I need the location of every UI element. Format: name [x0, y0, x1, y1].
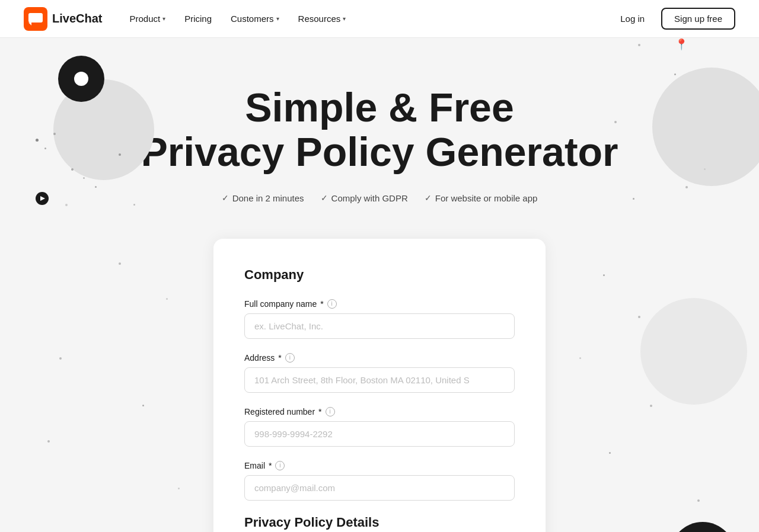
nav-actions: Log in Sign up free: [613, 8, 735, 30]
scatter-dot: [71, 168, 74, 171]
hero-headline: Simple & Free Privacy Policy Generator: [113, 85, 646, 174]
scatter-dot: [633, 198, 634, 200]
full-company-name-group: Full company name * i: [244, 299, 515, 339]
info-icon-address[interactable]: i: [285, 353, 295, 363]
email-input[interactable]: [244, 475, 515, 501]
form-wrapper: Company Full company name * i Address * …: [0, 239, 759, 532]
info-icon-reg-number[interactable]: i: [326, 407, 335, 416]
scatter-dot: [685, 186, 688, 188]
nav-links: Product ▾ Pricing Customers ▾ Resources …: [121, 9, 613, 28]
product-chevron-icon: ▾: [162, 15, 165, 22]
signup-button[interactable]: Sign up free: [661, 8, 735, 30]
scatter-dot: [603, 274, 605, 276]
scatter-dot: [579, 357, 581, 359]
logo[interactable]: LiveChat: [24, 7, 102, 31]
deco-right: 📍: [569, 38, 735, 239]
nav-pricing[interactable]: Pricing: [176, 9, 220, 28]
required-star-4: *: [269, 461, 272, 470]
scatter-dot: [119, 153, 121, 156]
main-content: 📍 Simple & Free Privacy Policy Generator…: [0, 38, 759, 532]
hero-section: 📍 Simple & Free Privacy Policy Generator…: [0, 38, 759, 239]
navigation: LiveChat Product ▾ Pricing Customers ▾ R…: [0, 0, 759, 38]
hero-feature-2: ✓ Comply with GDPR: [321, 193, 408, 203]
scatter-dot: [53, 133, 56, 135]
scatter-dot: [609, 452, 611, 454]
required-star-1: *: [320, 299, 323, 309]
required-star-3: *: [318, 407, 321, 416]
scatter-dot: [178, 488, 180, 489]
registered-number-input[interactable]: [244, 421, 515, 447]
email-label: Email * i: [244, 461, 515, 470]
privacy-policy-section-title: Privacy Policy Details: [244, 515, 515, 530]
scatter-dot: [674, 73, 676, 75]
address-input[interactable]: [244, 367, 515, 393]
check-icon-1: ✓: [222, 193, 229, 203]
form-card: Company Full company name * i Address * …: [213, 239, 546, 532]
address-group: Address * i: [244, 353, 515, 393]
nav-product[interactable]: Product ▾: [121, 9, 174, 28]
scatter-dot: [65, 204, 68, 206]
resources-chevron-icon: ▾: [343, 15, 346, 22]
email-group: Email * i: [244, 461, 515, 501]
scatter-dot: [142, 405, 144, 406]
nav-customers[interactable]: Customers ▾: [222, 9, 288, 28]
scatter-dot: [36, 139, 39, 142]
deco-play-button: [36, 192, 49, 205]
scatter-dot: [697, 499, 700, 502]
registered-number-group: Registered number * i: [244, 407, 515, 447]
scatter-dot: [166, 298, 168, 300]
hero-feature-3: ✓ For website or mobile app: [425, 193, 538, 203]
deco-bottom-dark-circle: [670, 522, 735, 532]
scatter-dot: [704, 168, 706, 170]
deco-play-icon: [40, 196, 45, 201]
login-button[interactable]: Log in: [613, 9, 652, 28]
scatter-dot: [650, 405, 652, 407]
scatter-dot: [614, 121, 617, 123]
address-label: Address * i: [244, 353, 515, 363]
scatter-dot: [59, 357, 62, 360]
info-icon-company[interactable]: i: [327, 299, 337, 309]
pin-icon: 📍: [675, 38, 688, 51]
check-icon-2: ✓: [321, 193, 328, 203]
full-company-name-label: Full company name * i: [244, 299, 515, 309]
deco-dark-inner: [74, 72, 88, 86]
nav-resources[interactable]: Resources ▾: [290, 9, 355, 28]
deco-right-circle: [652, 68, 759, 186]
logo-text: LiveChat: [52, 12, 102, 25]
scatter-dot: [83, 177, 85, 179]
scatter-dot: [44, 148, 46, 149]
scatter-dot: [638, 316, 640, 318]
hero-feature-1: ✓ Done in 2 minutes: [222, 193, 304, 203]
required-star-2: *: [278, 353, 281, 363]
full-company-name-input[interactable]: [244, 313, 515, 339]
registered-number-label: Registered number * i: [244, 407, 515, 416]
customers-chevron-icon: ▾: [276, 15, 279, 22]
deco-circle-dark: [58, 56, 104, 102]
scatter-dot: [47, 440, 50, 443]
deco-right-large-circle: [640, 298, 747, 405]
scatter-dot: [133, 204, 135, 206]
svg-rect-1: [28, 13, 43, 23]
company-section-title: Company: [244, 267, 515, 283]
check-icon-3: ✓: [425, 193, 432, 203]
scatter-dot: [638, 44, 640, 46]
deco-left: [36, 50, 166, 216]
info-icon-email[interactable]: i: [275, 461, 285, 470]
scatter-dot: [119, 262, 121, 265]
scatter-dot: [95, 186, 97, 188]
